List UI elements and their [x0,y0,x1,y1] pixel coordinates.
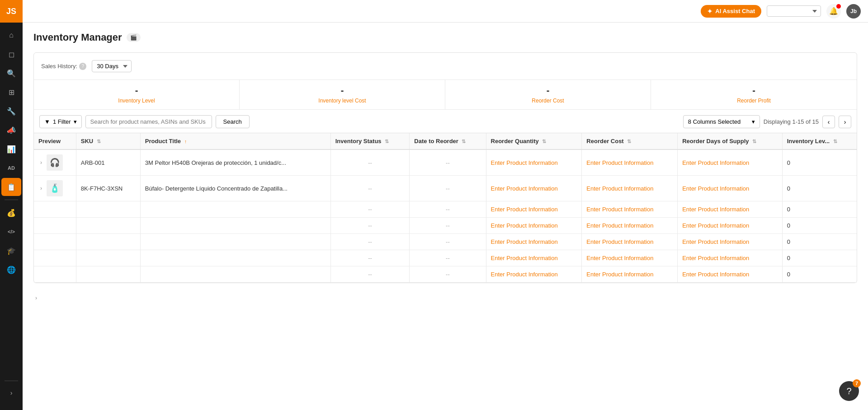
reorder-cost-cell[interactable]: Enter Product Information [582,218,678,234]
sidebar-item-globe[interactable]: 🌐 [1,261,21,279]
metric-value-0: - [41,85,232,96]
col-inventory-status[interactable]: Inventory Status ⇅ [330,133,410,149]
reorder-days-cell[interactable]: Enter Product Information [678,149,783,176]
col-inventory-level[interactable]: Inventory Lev... ⇅ [782,133,857,149]
row-expand-button[interactable]: › [38,158,44,167]
reorder-quantity-cell[interactable]: Enter Product Information [486,266,582,283]
sidebar-item-ad[interactable]: AD [1,159,21,177]
sidebar-item-chart[interactable]: 📊 [1,140,21,158]
inventory-status-cell: -- [330,149,410,176]
inventory-level-cell: 0 [782,149,857,176]
topbar-dropdown[interactable] [767,5,821,17]
sidebar-item-home[interactable]: ⌂ [1,26,21,44]
stats-card: Sales History: ? 30 Days 7 Days 14 Days … [33,52,857,283]
reorder-cost-cell[interactable]: Enter Product Information [582,149,678,176]
app-logo[interactable]: JS [0,0,23,23]
metric-value-1: - [247,85,438,96]
col-reorder-cost[interactable]: Reorder Cost ⇅ [582,133,678,149]
cost-sort-icon: ⇅ [627,139,631,144]
sidebar-expand-button[interactable]: › [0,385,23,401]
sidebar-item-money[interactable]: 💰 [1,204,21,222]
col-preview: Preview [34,133,76,149]
reorder-days-cell[interactable]: Enter Product Information [678,201,783,218]
page-title-row: Inventory Manager 🎬 [33,32,857,43]
product-title-cell [140,201,330,218]
reorder-quantity-cell[interactable]: Enter Product Information [486,201,582,218]
ai-assist-button[interactable]: ✦ AI Assist Chat [701,5,761,18]
preview-cell: ›🎧 [34,149,76,176]
reorder-quantity-cell[interactable]: Enter Product Information [486,250,582,266]
search-button[interactable]: Search [216,115,250,128]
sidebar-item-education[interactable]: 🎓 [1,242,21,260]
avatar[interactable]: Jb [846,4,861,19]
preview-cell [34,201,76,218]
sidebar-item-tools[interactable]: 🔧 [1,102,21,120]
metric-label-0[interactable]: Inventory Level [41,98,232,104]
sidebar-item-search[interactable]: 🔍 [1,64,21,82]
reorder-days-cell[interactable]: Enter Product Information [678,266,783,283]
sku-cell [76,201,140,218]
help-button[interactable]: ? 7 [839,381,859,401]
date-reorder-cell: -- [410,234,486,250]
sidebar-item-box[interactable]: ◻ [1,45,21,63]
table-row: ----Enter Product InformationEnter Produ… [34,234,857,250]
reorder-days-cell[interactable]: Enter Product Information [678,250,783,266]
col-date-to-reorder[interactable]: Date to Reorder ⇅ [410,133,486,149]
video-icon-btn[interactable]: 🎬 [127,33,141,42]
sidebar-bottom: › [0,378,23,410]
product-title-cell: 3M Peltor H540B Orejeras de protección, … [140,149,330,176]
sidebar-item-grid[interactable]: ⊞ [1,83,21,101]
columns-select-button[interactable]: 8 Columns Selected ▾ [683,115,760,128]
inventory-status-cell: -- [330,234,410,250]
sidebar-item-code[interactable]: </> [1,223,21,241]
page-content: Inventory Manager 🎬 Sales History: ? 30 … [23,23,868,410]
reorder-quantity-cell[interactable]: Enter Product Information [486,218,582,234]
prev-page-button[interactable]: ‹ [822,116,835,128]
col-reorder-quantity[interactable]: Reorder Quantity ⇅ [486,133,582,149]
preview-cell [34,250,76,266]
reorder-quantity-cell[interactable]: Enter Product Information [486,234,582,250]
reorder-cost-cell[interactable]: Enter Product Information [582,201,678,218]
inventory-level-cell: 0 [782,218,857,234]
reorder-cost-cell[interactable]: Enter Product Information [582,176,678,201]
sidebar-item-megaphone[interactable]: 📣 [1,121,21,139]
filter-caret-icon: ▾ [74,118,77,125]
columns-label: 8 Columns Selected [688,118,741,125]
date-sort-icon: ⇅ [462,139,466,144]
toolbar: ▼ 1 Filter ▾ Search 8 Columns Selected ▾… [34,110,857,128]
filter-button[interactable]: ▼ 1 Filter ▾ [39,115,82,128]
reorder-quantity-cell[interactable]: Enter Product Information [486,149,582,176]
table-row: ›🎧ARB-0013M Peltor H540B Orejeras de pro… [34,149,857,176]
reorder-cost-cell[interactable]: Enter Product Information [582,266,678,283]
sku-cell: ARB-001 [76,149,140,176]
sales-history-select[interactable]: 30 Days 7 Days 14 Days 60 Days 90 Days [92,60,132,72]
notification-button[interactable]: 🔔 [826,4,841,19]
sku-sort-icon: ⇅ [97,139,101,144]
col-sku[interactable]: SKU ⇅ [76,133,140,149]
col-reorder-days[interactable]: Reorder Days of Supply ⇅ [678,133,783,149]
reorder-cost-cell[interactable]: Enter Product Information [582,234,678,250]
next-page-button[interactable]: › [839,116,851,128]
notification-badge [836,4,841,9]
reorder-days-cell[interactable]: Enter Product Information [678,218,783,234]
metric-inventory-level: - Inventory Level [34,80,240,109]
sku-cell [76,218,140,234]
reorder-quantity-cell[interactable]: Enter Product Information [486,176,582,201]
help-icon[interactable]: ? [79,63,86,70]
search-input[interactable] [85,115,212,128]
metric-label-1[interactable]: Inventory level Cost [247,98,438,104]
reorder-days-cell[interactable]: Enter Product Information [678,176,783,201]
row-expand-button[interactable]: › [38,184,44,192]
metric-label-2[interactable]: Reorder Cost [453,98,643,104]
sidebar-item-inventory[interactable]: 📋 [1,178,21,196]
metric-label-3[interactable]: Reorder Profit [658,98,849,104]
reorder-cost-cell[interactable]: Enter Product Information [582,250,678,266]
table-row: ----Enter Product InformationEnter Produ… [34,218,857,234]
product-image: 🎧 [47,154,63,171]
inventory-status-cell: -- [330,250,410,266]
col-product-title[interactable]: Product Title ↑ [140,133,330,149]
qty-sort-icon: ⇅ [542,139,546,144]
table-bottom-expand-button[interactable]: › [33,294,39,302]
reorder-days-cell[interactable]: Enter Product Information [678,234,783,250]
ai-assist-label: AI Assist Chat [715,8,755,14]
